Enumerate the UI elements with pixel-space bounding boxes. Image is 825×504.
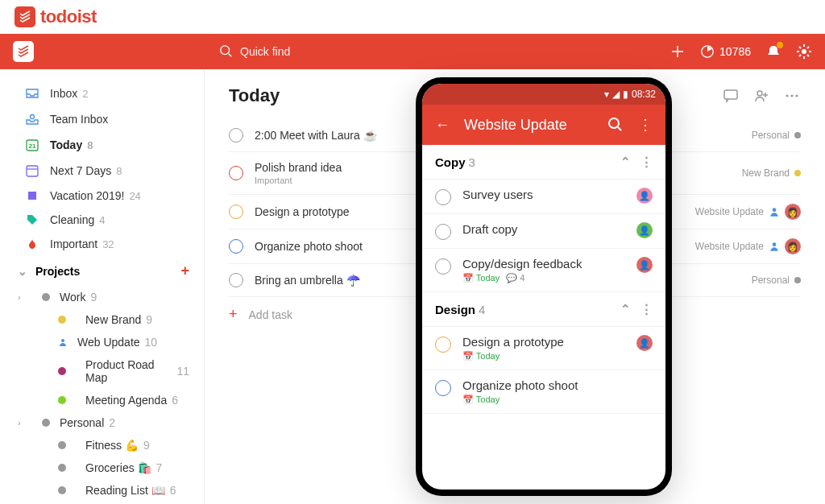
svg-point-19 bbox=[773, 242, 777, 246]
week-icon bbox=[24, 163, 40, 178]
section-more-icon[interactable]: ⋮ bbox=[641, 155, 653, 169]
project-meeting-agenda[interactable]: Meeting Agenda6 bbox=[6, 389, 197, 411]
task-checkbox[interactable] bbox=[229, 273, 243, 287]
svg-point-15 bbox=[786, 95, 789, 97]
svg-rect-11 bbox=[28, 192, 36, 200]
avatar: 👤 bbox=[636, 257, 653, 273]
phone-mockup: ▾ ◢ ▮ 08:32 ← Website Update ⋮ Copy3⌃⋮Su… bbox=[416, 77, 672, 496]
phone-task-row[interactable]: Draft copy👤 bbox=[422, 214, 665, 249]
svg-line-21 bbox=[618, 127, 621, 130]
svg-point-18 bbox=[773, 208, 777, 212]
add-project-icon[interactable]: + bbox=[180, 262, 189, 279]
sidebar-filter-cleaning[interactable]: Cleaning4 bbox=[6, 208, 197, 232]
project-dot bbox=[58, 486, 76, 494]
svg-rect-9 bbox=[27, 166, 38, 176]
svg-point-12 bbox=[61, 339, 64, 342]
calendar-icon: 📅 Today bbox=[462, 395, 500, 405]
sidebar-filter-next-days[interactable]: Next 7 Days8 bbox=[6, 158, 197, 184]
add-icon[interactable] bbox=[670, 43, 686, 60]
team-inbox-icon bbox=[24, 112, 40, 126]
task-checkbox[interactable] bbox=[229, 239, 243, 254]
avatar: 👤 bbox=[636, 222, 653, 238]
task-checkbox[interactable] bbox=[435, 258, 451, 275]
phone-section-header[interactable]: Copy3⌃⋮ bbox=[422, 145, 665, 180]
task-checkbox[interactable] bbox=[435, 189, 451, 205]
page-title: Today bbox=[229, 85, 280, 106]
sidebar-filter-inbox[interactable]: Inbox2 bbox=[6, 81, 197, 106]
share-icon[interactable] bbox=[752, 87, 770, 105]
back-icon[interactable]: ← bbox=[435, 117, 450, 134]
task-checkbox[interactable] bbox=[229, 204, 243, 219]
chevron-up-icon[interactable]: ⌃ bbox=[620, 302, 631, 316]
signal-icon: ◢ bbox=[612, 89, 620, 100]
project-groceries-[interactable]: Groceries 🛍️7 bbox=[6, 456, 197, 479]
task-checkbox[interactable] bbox=[229, 166, 243, 180]
project-dot bbox=[58, 396, 76, 404]
svg-point-6 bbox=[31, 115, 35, 119]
topbar: Quick find 10786 bbox=[0, 34, 825, 69]
karma-badge[interactable]: 10786 bbox=[700, 44, 751, 59]
phone-search-icon[interactable] bbox=[607, 117, 624, 133]
svg-point-17 bbox=[796, 95, 798, 97]
tag-icon bbox=[24, 213, 40, 226]
search-placeholder: Quick find bbox=[240, 45, 290, 58]
more-icon[interactable] bbox=[783, 87, 801, 105]
calendar-icon: 📅 Today bbox=[462, 273, 500, 283]
today-icon: 21 bbox=[24, 138, 40, 152]
chevron-right-icon: › bbox=[18, 418, 31, 428]
projects-header[interactable]: ⌄Projects+ bbox=[6, 256, 197, 286]
project-dot bbox=[58, 441, 76, 449]
wifi-icon: ▾ bbox=[604, 89, 609, 100]
project-dot bbox=[58, 367, 76, 375]
svg-rect-13 bbox=[724, 90, 737, 99]
avatar: 👩 bbox=[785, 204, 801, 220]
project-product-road-map[interactable]: Product Road Map11 bbox=[6, 353, 197, 389]
task-checkbox[interactable] bbox=[435, 380, 451, 396]
calendar-icon: 📅 Today bbox=[462, 351, 500, 361]
content-area: Today 2:00 Meet with Laura ☕PersonalPoli… bbox=[205, 69, 825, 504]
svg-text:21: 21 bbox=[29, 143, 36, 150]
phone-section-header[interactable]: Design4⌃⋮ bbox=[422, 292, 665, 327]
project-dot bbox=[58, 316, 76, 324]
sidebar-filter-vacation-[interactable]: Vacation 2019!24 bbox=[6, 184, 197, 208]
task-checkbox[interactable] bbox=[229, 128, 243, 143]
task-checkbox[interactable] bbox=[435, 337, 451, 353]
project-personal[interactable]: ›Personal2 bbox=[6, 411, 197, 434]
notifications-icon[interactable] bbox=[765, 43, 781, 60]
phone-status-bar: ▾ ◢ ▮ 08:32 bbox=[422, 84, 665, 105]
settings-icon[interactable] bbox=[796, 43, 812, 60]
avatar: 👩 bbox=[785, 238, 801, 254]
sidebar-filter-today[interactable]: 21Today8 bbox=[6, 132, 197, 158]
sidebar-filter-team-inbox[interactable]: Team Inbox bbox=[6, 106, 197, 132]
filter-icon bbox=[24, 189, 40, 202]
svg-line-1 bbox=[229, 54, 232, 57]
phone-more-icon[interactable]: ⋮ bbox=[638, 116, 653, 134]
project-fitness-[interactable]: Fitness 💪9 bbox=[6, 434, 197, 456]
comments-icon[interactable] bbox=[722, 87, 740, 105]
inbox-icon bbox=[24, 86, 40, 101]
logo-bar: todoist bbox=[0, 0, 825, 34]
sidebar-filter-important[interactable]: Important32 bbox=[6, 232, 197, 256]
chevron-up-icon[interactable]: ⌃ bbox=[620, 155, 631, 169]
search-input[interactable]: Quick find bbox=[219, 44, 290, 59]
chevron-right-icon: › bbox=[18, 292, 31, 302]
phone-title: Website Update bbox=[464, 117, 593, 134]
section-more-icon[interactable]: ⋮ bbox=[641, 302, 653, 316]
avatar: 👤 bbox=[636, 188, 653, 204]
svg-point-0 bbox=[221, 46, 230, 55]
project-new-brand[interactable]: New Brand9 bbox=[6, 308, 197, 331]
project-dot bbox=[42, 419, 50, 427]
svg-point-14 bbox=[757, 91, 762, 96]
phone-task-row[interactable]: Design a prototype📅 Today👤 bbox=[422, 327, 665, 370]
project-reading-list-[interactable]: Reading List 📖6 bbox=[6, 479, 197, 502]
project-work[interactable]: ›Work9 bbox=[6, 286, 197, 308]
task-checkbox[interactable] bbox=[435, 224, 451, 240]
home-icon[interactable] bbox=[13, 41, 34, 62]
phone-task-row[interactable]: Copy/design feedback📅 Today💬 4👤 bbox=[422, 249, 665, 292]
project-web-update[interactable]: Web Update10 bbox=[6, 331, 197, 353]
project-dot bbox=[58, 464, 76, 472]
brand-name: todoist bbox=[40, 6, 97, 27]
phone-task-row[interactable]: Survey users👤 bbox=[422, 180, 665, 214]
avatar: 👤 bbox=[636, 335, 653, 351]
phone-task-row[interactable]: Organize photo shoot📅 Today bbox=[422, 370, 665, 414]
